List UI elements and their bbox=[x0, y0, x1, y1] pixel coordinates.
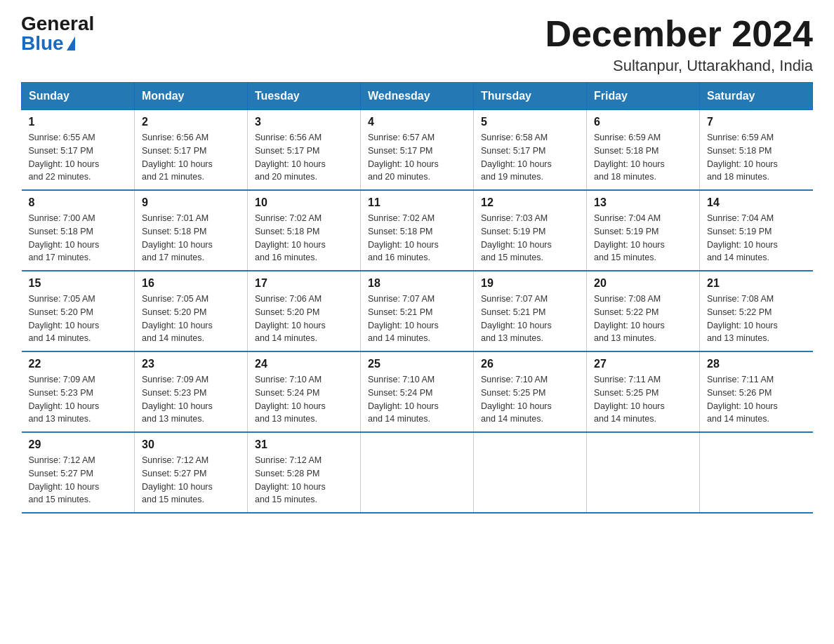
day-header-wednesday: Wednesday bbox=[361, 83, 474, 110]
calendar-table: SundayMondayTuesdayWednesdayThursdayFrid… bbox=[21, 82, 813, 514]
day-number: 21 bbox=[707, 277, 806, 290]
day-info: Sunrise: 7:04 AMSunset: 5:19 PMDaylight:… bbox=[707, 212, 806, 264]
day-info: Sunrise: 6:59 AMSunset: 5:18 PMDaylight:… bbox=[594, 131, 692, 184]
day-header-tuesday: Tuesday bbox=[248, 83, 361, 110]
calendar-cell: 8Sunrise: 7:00 AMSunset: 5:18 PMDaylight… bbox=[22, 190, 135, 271]
calendar-cell: 12Sunrise: 7:03 AMSunset: 5:19 PMDayligh… bbox=[474, 190, 587, 271]
day-info: Sunrise: 7:07 AMSunset: 5:21 PMDaylight:… bbox=[368, 293, 466, 345]
month-title: December 2024 bbox=[545, 14, 813, 54]
page-header: General Blue December 2024 Sultanpur, Ut… bbox=[21, 14, 813, 75]
day-header-saturday: Saturday bbox=[700, 83, 813, 110]
day-header-sunday: Sunday bbox=[22, 83, 135, 110]
calendar-cell bbox=[474, 432, 587, 513]
calendar-cell bbox=[361, 432, 474, 513]
day-number: 12 bbox=[481, 196, 579, 209]
calendar-cell: 16Sunrise: 7:05 AMSunset: 5:20 PMDayligh… bbox=[135, 271, 248, 351]
day-info: Sunrise: 6:56 AMSunset: 5:17 PMDaylight:… bbox=[142, 131, 240, 184]
day-info: Sunrise: 6:55 AMSunset: 5:17 PMDaylight:… bbox=[29, 131, 128, 184]
calendar-cell: 28Sunrise: 7:11 AMSunset: 5:26 PMDayligh… bbox=[700, 351, 813, 432]
day-number: 17 bbox=[255, 277, 353, 290]
day-info: Sunrise: 7:10 AMSunset: 5:25 PMDaylight:… bbox=[481, 373, 579, 426]
day-number: 18 bbox=[368, 277, 466, 290]
day-info: Sunrise: 6:57 AMSunset: 5:17 PMDaylight:… bbox=[368, 131, 466, 184]
calendar-cell: 24Sunrise: 7:10 AMSunset: 5:24 PMDayligh… bbox=[248, 351, 361, 432]
day-header-monday: Monday bbox=[135, 83, 248, 110]
day-info: Sunrise: 7:06 AMSunset: 5:20 PMDaylight:… bbox=[255, 293, 353, 345]
day-number: 28 bbox=[707, 358, 806, 370]
day-info: Sunrise: 7:00 AMSunset: 5:18 PMDaylight:… bbox=[29, 212, 128, 264]
calendar-cell: 26Sunrise: 7:10 AMSunset: 5:25 PMDayligh… bbox=[474, 351, 587, 432]
calendar-cell: 3Sunrise: 6:56 AMSunset: 5:17 PMDaylight… bbox=[248, 110, 361, 191]
day-info: Sunrise: 7:09 AMSunset: 5:23 PMDaylight:… bbox=[29, 373, 128, 426]
calendar-week-row: 15Sunrise: 7:05 AMSunset: 5:20 PMDayligh… bbox=[22, 271, 813, 351]
day-info: Sunrise: 7:04 AMSunset: 5:19 PMDaylight:… bbox=[594, 212, 692, 264]
calendar-cell: 9Sunrise: 7:01 AMSunset: 5:18 PMDaylight… bbox=[135, 190, 248, 271]
day-info: Sunrise: 7:03 AMSunset: 5:19 PMDaylight:… bbox=[481, 212, 579, 264]
calendar-cell: 11Sunrise: 7:02 AMSunset: 5:18 PMDayligh… bbox=[361, 190, 474, 271]
calendar-cell: 17Sunrise: 7:06 AMSunset: 5:20 PMDayligh… bbox=[248, 271, 361, 351]
calendar-cell: 1Sunrise: 6:55 AMSunset: 5:17 PMDaylight… bbox=[22, 110, 135, 191]
day-info: Sunrise: 7:08 AMSunset: 5:22 PMDaylight:… bbox=[594, 293, 692, 345]
calendar-week-row: 22Sunrise: 7:09 AMSunset: 5:23 PMDayligh… bbox=[22, 351, 813, 432]
calendar-week-row: 29Sunrise: 7:12 AMSunset: 5:27 PMDayligh… bbox=[22, 432, 813, 513]
calendar-cell: 22Sunrise: 7:09 AMSunset: 5:23 PMDayligh… bbox=[22, 351, 135, 432]
calendar-cell: 15Sunrise: 7:05 AMSunset: 5:20 PMDayligh… bbox=[22, 271, 135, 351]
day-info: Sunrise: 7:07 AMSunset: 5:21 PMDaylight:… bbox=[481, 293, 579, 345]
day-number: 24 bbox=[255, 358, 353, 370]
day-number: 1 bbox=[29, 116, 128, 128]
day-number: 29 bbox=[29, 438, 128, 451]
day-number: 9 bbox=[142, 196, 240, 209]
calendar-cell: 13Sunrise: 7:04 AMSunset: 5:19 PMDayligh… bbox=[587, 190, 700, 271]
day-number: 11 bbox=[368, 196, 466, 209]
logo-triangle-icon bbox=[67, 36, 75, 51]
day-number: 14 bbox=[707, 196, 806, 209]
calendar-cell: 10Sunrise: 7:02 AMSunset: 5:18 PMDayligh… bbox=[248, 190, 361, 271]
day-number: 2 bbox=[142, 116, 240, 128]
day-info: Sunrise: 6:58 AMSunset: 5:17 PMDaylight:… bbox=[481, 131, 579, 184]
day-info: Sunrise: 7:10 AMSunset: 5:24 PMDaylight:… bbox=[368, 373, 466, 426]
day-number: 25 bbox=[368, 358, 466, 370]
calendar-cell: 27Sunrise: 7:11 AMSunset: 5:25 PMDayligh… bbox=[587, 351, 700, 432]
day-info: Sunrise: 7:02 AMSunset: 5:18 PMDaylight:… bbox=[255, 212, 353, 264]
day-info: Sunrise: 7:11 AMSunset: 5:25 PMDaylight:… bbox=[594, 373, 692, 426]
calendar-cell bbox=[700, 432, 813, 513]
calendar-cell: 18Sunrise: 7:07 AMSunset: 5:21 PMDayligh… bbox=[361, 271, 474, 351]
day-number: 20 bbox=[594, 277, 692, 290]
day-header-thursday: Thursday bbox=[474, 83, 587, 110]
day-number: 30 bbox=[142, 438, 240, 451]
calendar-cell: 21Sunrise: 7:08 AMSunset: 5:22 PMDayligh… bbox=[700, 271, 813, 351]
location-subtitle: Sultanpur, Uttarakhand, India bbox=[545, 57, 813, 75]
day-info: Sunrise: 7:05 AMSunset: 5:20 PMDaylight:… bbox=[29, 293, 128, 345]
day-number: 5 bbox=[481, 116, 579, 128]
day-info: Sunrise: 7:08 AMSunset: 5:22 PMDaylight:… bbox=[707, 293, 806, 345]
day-info: Sunrise: 6:56 AMSunset: 5:17 PMDaylight:… bbox=[255, 131, 353, 184]
calendar-cell: 25Sunrise: 7:10 AMSunset: 5:24 PMDayligh… bbox=[361, 351, 474, 432]
day-info: Sunrise: 7:10 AMSunset: 5:24 PMDaylight:… bbox=[255, 373, 353, 426]
calendar-cell: 7Sunrise: 6:59 AMSunset: 5:18 PMDaylight… bbox=[700, 110, 813, 191]
day-number: 23 bbox=[142, 358, 240, 370]
calendar-header: SundayMondayTuesdayWednesdayThursdayFrid… bbox=[22, 83, 813, 110]
calendar-week-row: 8Sunrise: 7:00 AMSunset: 5:18 PMDaylight… bbox=[22, 190, 813, 271]
day-info: Sunrise: 7:05 AMSunset: 5:20 PMDaylight:… bbox=[142, 293, 240, 345]
day-header-row: SundayMondayTuesdayWednesdayThursdayFrid… bbox=[22, 83, 813, 110]
calendar-cell: 6Sunrise: 6:59 AMSunset: 5:18 PMDaylight… bbox=[587, 110, 700, 191]
calendar-cell: 4Sunrise: 6:57 AMSunset: 5:17 PMDaylight… bbox=[361, 110, 474, 191]
day-number: 26 bbox=[481, 358, 579, 370]
calendar-cell bbox=[587, 432, 700, 513]
calendar-cell: 31Sunrise: 7:12 AMSunset: 5:28 PMDayligh… bbox=[248, 432, 361, 513]
day-number: 15 bbox=[29, 277, 128, 290]
day-info: Sunrise: 7:12 AMSunset: 5:27 PMDaylight:… bbox=[29, 454, 128, 507]
calendar-cell: 20Sunrise: 7:08 AMSunset: 5:22 PMDayligh… bbox=[587, 271, 700, 351]
day-info: Sunrise: 7:11 AMSunset: 5:26 PMDaylight:… bbox=[707, 373, 806, 426]
day-number: 22 bbox=[29, 358, 128, 370]
day-number: 8 bbox=[29, 196, 128, 209]
day-number: 3 bbox=[255, 116, 353, 128]
calendar-cell: 23Sunrise: 7:09 AMSunset: 5:23 PMDayligh… bbox=[135, 351, 248, 432]
logo: General Blue bbox=[21, 14, 94, 53]
day-header-friday: Friday bbox=[587, 83, 700, 110]
calendar-cell: 29Sunrise: 7:12 AMSunset: 5:27 PMDayligh… bbox=[22, 432, 135, 513]
day-number: 27 bbox=[594, 358, 692, 370]
day-info: Sunrise: 7:12 AMSunset: 5:28 PMDaylight:… bbox=[255, 454, 353, 507]
calendar-cell: 19Sunrise: 7:07 AMSunset: 5:21 PMDayligh… bbox=[474, 271, 587, 351]
day-number: 4 bbox=[368, 116, 466, 128]
